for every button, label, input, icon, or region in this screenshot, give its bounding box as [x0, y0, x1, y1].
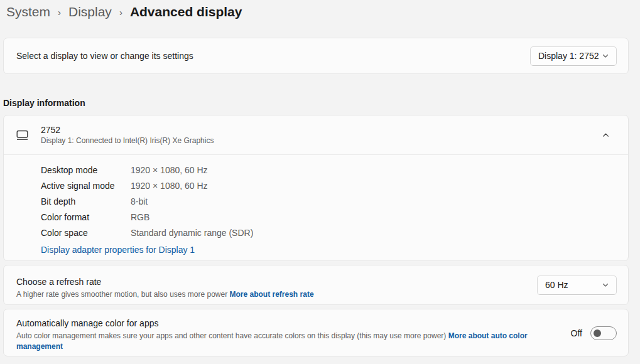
advanced-display-page: System › Display › Advanced display Sele…	[0, 0, 640, 364]
breadcrumb-separator-icon: ›	[57, 7, 62, 18]
breadcrumb-display[interactable]: Display	[68, 4, 112, 19]
select-display-card: Select a display to view or change its s…	[3, 38, 629, 74]
detail-label: Active signal mode	[41, 181, 131, 191]
more-about-refresh-rate-link[interactable]: More about refresh rate	[230, 290, 314, 299]
display-connection-subtitle: Display 1: Connected to Intel(R) Iris(R)…	[41, 136, 595, 146]
page-title: Advanced display	[130, 4, 242, 19]
toggle-state-label: Off	[571, 328, 582, 338]
detail-value: RGB	[131, 212, 149, 222]
refresh-rate-value: 60 Hz	[545, 280, 568, 290]
detail-row-color-format: Color format RGB	[41, 209, 616, 225]
detail-row-desktop-mode: Desktop mode 1920 × 1080, 60 Hz	[41, 162, 616, 178]
detail-label: Bit depth	[41, 196, 131, 206]
display-adapter-properties-link[interactable]: Display adapter properties for Display 1	[41, 245, 195, 255]
display-information-card: 2752 Display 1: Connected to Intel(R) Ir…	[3, 115, 629, 261]
detail-value: 8-bit	[131, 196, 148, 206]
display-information-expander-header[interactable]: 2752 Display 1: Connected to Intel(R) Ir…	[4, 115, 628, 155]
auto-color-title: Automatically manage color for apps	[16, 318, 543, 329]
monitor-icon	[16, 130, 41, 141]
display-name: 2752	[41, 124, 595, 136]
auto-color-description: Auto color management makes sure your ap…	[16, 331, 543, 352]
toggle-knob	[594, 329, 601, 337]
auto-color-card: Automatically manage color for apps Auto…	[3, 309, 629, 356]
breadcrumb: System › Display › Advanced display	[6, 1, 242, 23]
auto-color-toggle[interactable]	[590, 326, 617, 340]
chevron-up-icon[interactable]	[595, 125, 616, 145]
display-selector-dropdown[interactable]: Display 1: 2752	[530, 46, 617, 66]
display-selector-value: Display 1: 2752	[538, 51, 599, 61]
detail-row-color-space: Color space Standard dynamic range (SDR)	[41, 225, 616, 240]
detail-value: Standard dynamic range (SDR)	[131, 228, 253, 238]
refresh-rate-title: Choose a refresh rate	[16, 276, 314, 288]
breadcrumb-separator-icon: ›	[118, 7, 124, 18]
select-display-label: Select a display to view or change its s…	[16, 50, 193, 62]
refresh-rate-card: Choose a refresh rate A higher rate give…	[3, 265, 629, 305]
detail-value: 1920 × 1080, 60 Hz	[131, 165, 208, 175]
detail-label: Desktop mode	[41, 165, 131, 175]
detail-row-bit-depth: Bit depth 8-bit	[41, 193, 616, 209]
breadcrumb-system[interactable]: System	[6, 4, 50, 19]
refresh-rate-description: A higher rate gives smoother motion, but…	[16, 289, 314, 300]
chevron-down-icon	[602, 52, 609, 60]
detail-row-active-signal-mode: Active signal mode 1920 × 1080, 60 Hz	[41, 178, 616, 193]
display-details: Desktop mode 1920 × 1080, 60 Hz Active s…	[4, 155, 628, 257]
detail-value: 1920 × 1080, 60 Hz	[131, 181, 208, 191]
detail-label: Color format	[41, 212, 131, 222]
refresh-rate-dropdown[interactable]: 60 Hz	[537, 276, 617, 295]
detail-label: Color space	[41, 228, 131, 238]
display-information-heading: Display information	[3, 98, 85, 108]
chevron-down-icon	[602, 281, 609, 289]
